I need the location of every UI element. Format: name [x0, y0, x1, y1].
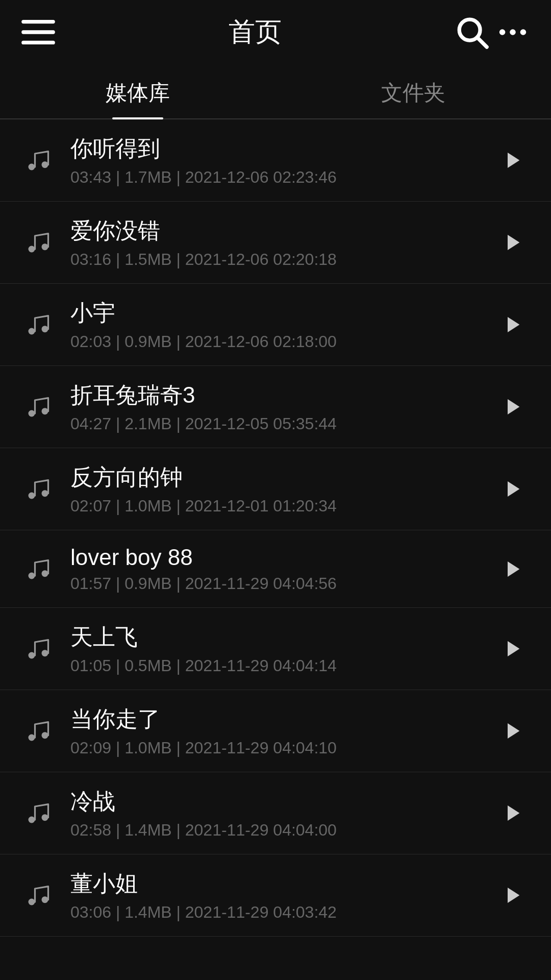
svg-point-23 [29, 572, 35, 579]
song-title: 董小姐 [70, 869, 495, 899]
svg-marker-37 [508, 888, 519, 903]
list-item[interactable]: 当你走了 02:09 | 1.0MB | 2021-11-29 04:04:10 [0, 690, 551, 772]
svg-point-7 [520, 29, 527, 35]
song-meta: 02:07 | 1.0MB | 2021-12-01 01:20:34 [70, 497, 495, 516]
song-title: 反方向的钟 [70, 462, 495, 493]
song-info: 当你走了 02:09 | 1.0MB | 2021-11-29 04:04:10 [70, 704, 495, 757]
song-title: 爱你没错 [70, 216, 495, 246]
song-info: 冷战 02:58 | 1.4MB | 2021-11-29 04:04:00 [70, 787, 495, 840]
song-info: 你听得到 03:43 | 1.7MB | 2021-12-06 02:23:46 [70, 134, 495, 187]
music-note-icon [20, 631, 56, 667]
list-item[interactable]: lover boy 88 01:57 | 0.9MB | 2021-11-29 … [0, 530, 551, 608]
play-button[interactable] [495, 471, 531, 507]
song-title: 小宇 [70, 298, 495, 328]
song-meta: 02:58 | 1.4MB | 2021-11-29 04:04:00 [70, 821, 495, 840]
svg-marker-19 [508, 399, 519, 414]
list-item[interactable]: 爱你没错 03:16 | 1.5MB | 2021-12-06 02:20:18 [0, 202, 551, 284]
tabs: 媒体库 文件夹 [0, 64, 551, 119]
song-info: 爱你没错 03:16 | 1.5MB | 2021-12-06 02:20:18 [70, 216, 495, 269]
svg-point-27 [42, 650, 48, 656]
play-button[interactable] [495, 631, 531, 667]
music-note-icon [20, 795, 56, 831]
song-meta: 03:43 | 1.7MB | 2021-12-06 02:23:46 [70, 168, 495, 187]
svg-line-4 [478, 38, 487, 47]
song-meta: 04:27 | 2.1MB | 2021-12-05 05:35:44 [70, 414, 495, 433]
song-title: 当你走了 [70, 704, 495, 734]
play-button[interactable] [495, 551, 531, 587]
svg-marker-13 [508, 235, 519, 250]
list-item[interactable]: 小宇 02:03 | 0.9MB | 2021-12-06 02:18:00 [0, 284, 551, 366]
song-title: 天上飞 [70, 622, 495, 652]
svg-marker-25 [508, 561, 519, 577]
hamburger-button[interactable] [20, 14, 56, 50]
list-item[interactable]: 你听得到 03:43 | 1.7MB | 2021-12-06 02:23:46 [0, 119, 551, 202]
svg-point-6 [510, 29, 516, 35]
svg-point-9 [42, 161, 48, 168]
song-meta: 02:09 | 1.0MB | 2021-11-29 04:04:10 [70, 739, 495, 757]
song-info: 反方向的钟 02:07 | 1.0MB | 2021-12-01 01:20:3… [70, 462, 495, 516]
play-button[interactable] [495, 713, 531, 749]
play-button[interactable] [495, 389, 531, 425]
play-button[interactable] [495, 877, 531, 913]
play-button[interactable] [495, 307, 531, 342]
search-button[interactable] [454, 14, 490, 50]
music-note-icon [20, 307, 56, 342]
more-button[interactable] [495, 14, 531, 50]
tab-media[interactable]: 媒体库 [0, 64, 276, 118]
list-item[interactable]: 天上飞 01:05 | 0.5MB | 2021-11-29 04:04:14 [0, 608, 551, 690]
play-button[interactable] [495, 795, 531, 831]
list-item[interactable]: 冷战 02:58 | 1.4MB | 2021-11-29 04:04:00 [0, 772, 551, 854]
svg-point-30 [42, 732, 48, 739]
svg-marker-10 [508, 153, 519, 168]
song-meta: 01:05 | 0.5MB | 2021-11-29 04:04:14 [70, 656, 495, 675]
svg-point-32 [29, 817, 35, 823]
svg-point-15 [42, 326, 48, 332]
song-info: 董小姐 03:06 | 1.4MB | 2021-11-29 04:03:42 [70, 869, 495, 922]
svg-marker-34 [508, 805, 519, 821]
song-meta: 03:16 | 1.5MB | 2021-12-06 02:20:18 [70, 250, 495, 269]
song-info: 小宇 02:03 | 0.9MB | 2021-12-06 02:18:00 [70, 298, 495, 351]
music-note-icon [20, 225, 56, 260]
play-button[interactable] [495, 142, 531, 178]
music-note-icon [20, 551, 56, 587]
music-note-icon [20, 142, 56, 178]
svg-point-24 [42, 570, 48, 577]
svg-point-12 [42, 243, 48, 250]
music-note-icon [20, 389, 56, 425]
music-note-icon [20, 713, 56, 749]
svg-point-35 [29, 899, 35, 905]
svg-point-14 [29, 328, 35, 335]
svg-point-17 [29, 410, 35, 417]
svg-marker-28 [508, 641, 519, 656]
svg-marker-22 [508, 481, 519, 497]
svg-point-20 [29, 493, 35, 499]
song-list: 你听得到 03:43 | 1.7MB | 2021-12-06 02:23:46… [0, 119, 551, 937]
svg-marker-31 [508, 723, 519, 739]
svg-point-29 [29, 734, 35, 741]
page-title: 首页 [56, 14, 454, 50]
svg-point-18 [42, 408, 48, 414]
song-meta: 02:03 | 0.9MB | 2021-12-06 02:18:00 [70, 332, 495, 351]
song-title: 折耳兔瑞奇3 [70, 380, 495, 410]
svg-point-33 [42, 814, 48, 821]
svg-point-21 [42, 490, 48, 497]
svg-marker-16 [508, 317, 519, 332]
music-note-icon [20, 471, 56, 507]
svg-point-36 [42, 896, 48, 903]
song-meta: 01:57 | 0.9MB | 2021-11-29 04:04:56 [70, 574, 495, 593]
tab-folder[interactable]: 文件夹 [276, 64, 551, 118]
music-note-icon [20, 877, 56, 913]
play-button[interactable] [495, 225, 531, 260]
song-title: 冷战 [70, 787, 495, 817]
song-info: 天上飞 01:05 | 0.5MB | 2021-11-29 04:04:14 [70, 622, 495, 675]
song-meta: 03:06 | 1.4MB | 2021-11-29 04:03:42 [70, 903, 495, 922]
song-info: 折耳兔瑞奇3 04:27 | 2.1MB | 2021-12-05 05:35:… [70, 380, 495, 433]
song-title: 你听得到 [70, 134, 495, 164]
svg-point-11 [29, 246, 35, 253]
list-item[interactable]: 反方向的钟 02:07 | 1.0MB | 2021-12-01 01:20:3… [0, 448, 551, 530]
svg-point-8 [29, 164, 35, 170]
song-title: lover boy 88 [70, 545, 495, 570]
svg-point-26 [29, 652, 35, 659]
list-item[interactable]: 折耳兔瑞奇3 04:27 | 2.1MB | 2021-12-05 05:35:… [0, 366, 551, 448]
list-item[interactable]: 董小姐 03:06 | 1.4MB | 2021-11-29 04:03:42 [0, 854, 551, 937]
